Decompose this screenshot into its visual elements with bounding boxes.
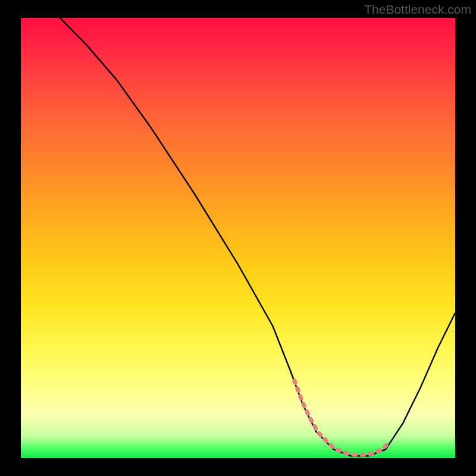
bottleneck-curve [21,18,455,458]
watermark-text: TheBottleneck.com [364,2,471,17]
chart-plot-area [21,18,455,458]
